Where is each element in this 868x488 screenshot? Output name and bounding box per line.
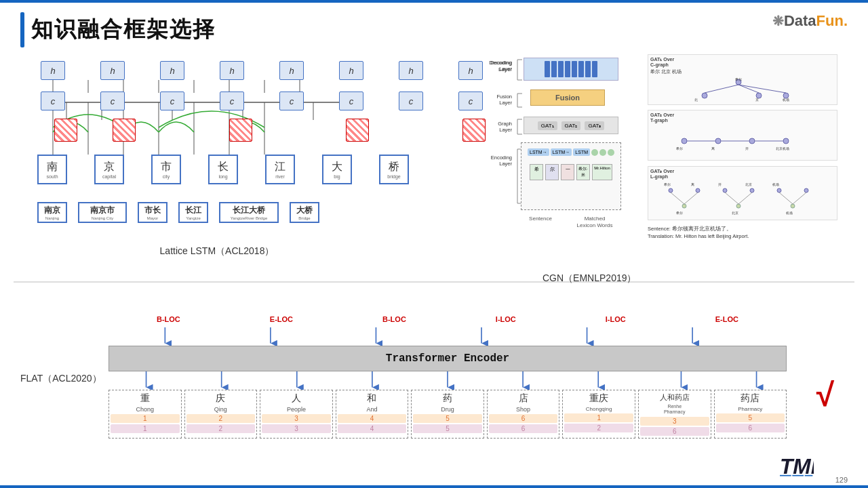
svg-text:机场: 机场 bbox=[772, 182, 779, 186]
tme-logo: TME bbox=[780, 454, 814, 478]
sentence-label: Sentence bbox=[524, 216, 557, 230]
h-nodes-row: h h h h h h h h bbox=[41, 61, 483, 80]
title-accent-bar bbox=[20, 12, 24, 47]
svg-point-49 bbox=[682, 204, 686, 208]
checkmark: √ bbox=[816, 376, 834, 413]
token-box-pharmacy: 药店 Pharmacy 5 6 bbox=[714, 390, 787, 439]
svg-text:北京: 北京 bbox=[745, 182, 752, 186]
svg-line-57 bbox=[793, 192, 806, 204]
svg-point-33 bbox=[715, 138, 721, 144]
flat-section: FLAT（ACL2020） B-LOC E-LOC B-LOC I-LOC I-… bbox=[14, 295, 854, 471]
svg-text:开: 开 bbox=[745, 146, 749, 150]
bottom-accent-bar bbox=[0, 485, 868, 488]
enc-input: 一 bbox=[561, 164, 574, 180]
word-box: 市长 Mayor bbox=[138, 202, 167, 223]
svg-text:希尔: 希尔 bbox=[676, 146, 683, 150]
svg-point-50 bbox=[736, 204, 741, 208]
lstm1: LSTM→ bbox=[528, 148, 549, 156]
svg-text:北京机场: 北京机场 bbox=[776, 146, 789, 150]
c-node: c bbox=[100, 92, 125, 110]
word-box: 南京 Nanjing bbox=[37, 202, 67, 223]
token-box-and: 和 And 4 4 bbox=[336, 390, 409, 439]
gat1-label: GAT₁ bbox=[538, 121, 557, 130]
loc-tags-row: B-LOC E-LOC B-LOC I-LOC I-LOC E-LOC bbox=[108, 315, 787, 323]
datafun-logo: ❋DataFun. bbox=[772, 12, 848, 30]
svg-line-56 bbox=[779, 192, 793, 204]
token-box-drug: 药 Drug 5 5 bbox=[411, 390, 484, 439]
h-node: h bbox=[100, 61, 125, 80]
token-boxes-row: 重 Chong 1 1 庆 Qing 2 2 人 People 3 3 和 bbox=[108, 390, 787, 439]
svg-text:北京: 北京 bbox=[732, 211, 738, 215]
c-node: c bbox=[220, 92, 244, 110]
loc-tag-b-loc2: B-LOC bbox=[382, 315, 406, 323]
svg-text:离: 离 bbox=[711, 146, 715, 150]
svg-text:开: 开 bbox=[718, 183, 722, 186]
cgn-caption: CGN（EMNLP2019） bbox=[542, 272, 637, 285]
char-box: 长 long bbox=[208, 155, 238, 184]
svg-point-46 bbox=[750, 188, 754, 192]
svg-text:离: 离 bbox=[691, 182, 694, 186]
svg-line-54 bbox=[725, 192, 738, 204]
c-node: c bbox=[279, 92, 304, 110]
h-node: h bbox=[41, 61, 65, 80]
lstm2: LSTM→ bbox=[551, 148, 572, 156]
svg-point-43 bbox=[669, 188, 673, 192]
loc-tag-i-loc1: I-LOC bbox=[496, 315, 516, 323]
svg-line-26 bbox=[738, 85, 759, 93]
svg-line-55 bbox=[738, 192, 752, 204]
enc-input: 希 bbox=[530, 164, 543, 180]
svg-line-52 bbox=[671, 192, 684, 204]
svg-point-51 bbox=[791, 204, 795, 208]
lattice-caption: Lattice LSTM（ACL2018） bbox=[160, 245, 275, 258]
c-node: c bbox=[339, 92, 363, 110]
h-node: h bbox=[220, 61, 244, 80]
token-box-chongqing: 重庆 Chongqing 1 2 bbox=[562, 390, 635, 439]
char-box: 南 south bbox=[37, 155, 67, 184]
svg-line-25 bbox=[705, 85, 738, 93]
red-node bbox=[346, 119, 369, 142]
char-box: 大 big bbox=[322, 155, 352, 184]
red-node bbox=[113, 119, 136, 142]
svg-text:TME: TME bbox=[780, 454, 814, 476]
svg-text:机场: 机场 bbox=[786, 211, 793, 215]
enc-input: 希尔·米 bbox=[576, 164, 590, 180]
cgn-translation-text: Translation: Mr. Hilton has left Beijing… bbox=[648, 232, 749, 240]
word-box: 南京市 Nanjing City bbox=[78, 202, 127, 223]
transformer-encoder-box: Transformer Encoder bbox=[108, 346, 787, 371]
h-node: h bbox=[160, 61, 184, 80]
char-box: 京 capital bbox=[94, 155, 124, 184]
svg-text:北: 北 bbox=[694, 98, 698, 102]
flat-label: FLAT（ACL2020） bbox=[20, 373, 102, 385]
h-node: h bbox=[399, 61, 423, 80]
page-number: 129 bbox=[835, 476, 848, 484]
char-box: 桥 bridge bbox=[379, 155, 409, 184]
loc-tag-i-loc2: I-LOC bbox=[606, 315, 626, 323]
gat3-label: GAT₃ bbox=[585, 121, 604, 130]
svg-point-47 bbox=[777, 188, 781, 192]
red-node bbox=[54, 119, 77, 142]
token-box-shop: 店 Shop 6 6 bbox=[487, 390, 560, 439]
flat-diagram: B-LOC E-LOC B-LOC I-LOC I-LOC E-LOC Tran… bbox=[108, 315, 787, 471]
word-box: 长江大桥 YangtzeRiver Bridge bbox=[219, 202, 279, 223]
c-nodes-row: c c c c c c c c bbox=[41, 92, 483, 110]
svg-point-44 bbox=[696, 188, 700, 192]
enc-input: 尔 bbox=[545, 164, 559, 180]
enc-input: Mr.Hilton bbox=[592, 164, 612, 180]
fusion-box: Fusion bbox=[530, 89, 605, 106]
svg-text:机场: 机场 bbox=[783, 98, 789, 102]
page-title: 知识融合框架选择 bbox=[31, 15, 216, 45]
page-title-area: 知识融合框架选择 bbox=[20, 12, 216, 47]
token-box-chong: 重 Chong 1 1 bbox=[108, 390, 182, 439]
word-box: 大桥 Bridge bbox=[290, 202, 319, 223]
svg-text:希尔: 希尔 bbox=[676, 211, 683, 215]
gat2-label: GAT₂ bbox=[561, 121, 581, 130]
cgn-sentence-text: Sentence: 希尔顿离开北京机场了。 bbox=[648, 225, 749, 232]
svg-point-34 bbox=[749, 138, 755, 144]
svg-point-32 bbox=[682, 138, 687, 144]
svg-point-22 bbox=[702, 93, 707, 98]
c-node: c bbox=[399, 92, 423, 110]
svg-text:京: 京 bbox=[755, 98, 759, 102]
svg-text:希尔: 希尔 bbox=[735, 77, 742, 81]
loc-tag-e-loc2: E-LOC bbox=[715, 315, 738, 323]
matched-label: MatchedLexicon Words bbox=[571, 216, 618, 230]
